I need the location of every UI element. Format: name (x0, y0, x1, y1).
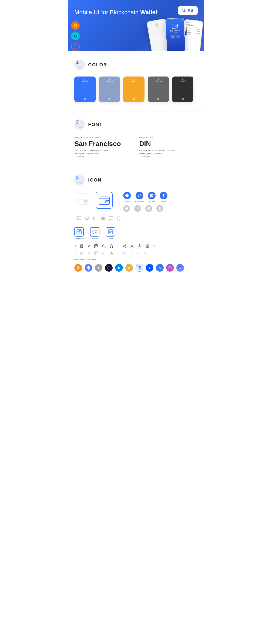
svg-point-60 (125, 247, 126, 248)
wallet-icon-blue (96, 192, 112, 209)
svg-rect-78 (95, 254, 96, 254)
waves-icon (146, 264, 154, 272)
wallet-icons-row: Assets Exchange (74, 192, 198, 221)
hero-tool-icons: Ps 60+Screens (71, 21, 80, 51)
qr-icon[interactable] (94, 244, 98, 248)
check-icon-inactive: ✓ (88, 251, 90, 255)
nav-icon-exchange: Exchange (135, 192, 144, 202)
svg-rect-20 (77, 217, 78, 218)
svg-rect-77 (97, 252, 98, 253)
svg-rect-53 (97, 247, 98, 248)
svg-point-79 (102, 252, 105, 254)
nav-icons-inactive-row (123, 205, 168, 212)
dash-icon: D (115, 264, 123, 272)
moon-icon (93, 216, 97, 221)
share-icon[interactable] (122, 244, 126, 248)
din-weights: Medium · Bold (139, 136, 198, 139)
check-icon[interactable]: ✓ (88, 244, 90, 248)
speech-bubble-icon (109, 216, 114, 221)
nav-icon-profile-inactive (156, 205, 163, 212)
svg-marker-14 (125, 207, 128, 210)
refresh-icon (122, 252, 126, 255)
upload-icon[interactable] (138, 244, 142, 248)
color-swatches-container: #3574FA #8DA0C8 #F5A623 #666666 #303030 (74, 76, 198, 102)
management-icon: Mangment (74, 227, 84, 240)
settings-icon[interactable] (130, 244, 134, 248)
close-icon[interactable]: ✕ (153, 244, 156, 248)
svg-marker-81 (110, 252, 113, 255)
nav-icon-exchange-inactive (134, 205, 141, 212)
nav-icon-assets-inactive (123, 205, 130, 212)
toolbar-icons-inactive: + ✓ (74, 251, 198, 255)
nav-icon-profile: Profile (160, 192, 168, 202)
icon-section-header: 3 THREE ICON (74, 175, 198, 185)
svg-text:i: i (146, 252, 146, 254)
screens-badge: 60+Screens (71, 42, 80, 51)
font-section-header: 2 TWO FONT (74, 119, 198, 130)
matic-icon (166, 264, 174, 272)
qr-icon-inactive (94, 252, 98, 255)
toolbar-icons-active: + ✓ (74, 244, 198, 248)
doc-edit-icon[interactable] (80, 244, 84, 248)
svg-marker-57 (110, 244, 113, 248)
history-icon: + History (90, 227, 100, 240)
svg-point-58 (125, 245, 126, 246)
sf-lowercase: abcdefghijklmnopqrstuvwxyz (74, 152, 133, 154)
management-icons-row: Mangment + History (74, 227, 198, 240)
svg-rect-66 (148, 245, 149, 246)
font-block-sf: Regular · Medium · Bold San Francisco AB… (74, 136, 133, 158)
misc-icons-top-row: i (76, 216, 122, 221)
svg-point-106 (170, 268, 170, 268)
blockchain-label: BlockChain Icon (74, 258, 198, 261)
din-name: DIN (139, 140, 198, 148)
color-section: 1 ONE COLOR #3574FA #8DA0C8 #F5A623 #666… (68, 51, 204, 110)
info-icon: i (117, 216, 122, 221)
svg-rect-50 (95, 245, 96, 246)
nav-icons-active-row: Assets Exchange (123, 192, 168, 202)
search-icon[interactable] (102, 244, 106, 248)
svg-rect-67 (146, 246, 147, 248)
svg-rect-65 (146, 245, 147, 246)
svg-rect-29 (79, 230, 82, 230)
svg-point-55 (102, 245, 105, 247)
svg-point-42 (109, 232, 110, 233)
crypto-icons-row: ₿ Ł D Z (74, 264, 198, 272)
nav-icons-group: Assets Exchange (123, 192, 168, 212)
svg-marker-9 (126, 194, 129, 197)
svg-rect-3 (78, 198, 88, 200)
expand-icon[interactable] (145, 244, 149, 248)
icon-section-number: 3 THREE (74, 175, 85, 185)
svg-text:i: i (119, 218, 120, 220)
svg-point-18 (159, 207, 160, 209)
sf-numbers: 1234567890 (74, 155, 133, 158)
nav-icon-discover-inactive (145, 205, 152, 212)
star-icon[interactable] (110, 244, 114, 248)
svg-rect-22 (77, 218, 79, 219)
misc-icons-group: i (76, 216, 122, 221)
svg-rect-76 (95, 252, 96, 253)
svg-rect-36 (108, 230, 112, 234)
svg-rect-54 (97, 246, 98, 247)
hero-section: Mobile UI for Blockchain Wallet UI Kit P… (68, 0, 204, 51)
blackcoin-icon (105, 264, 112, 272)
sf-weights: Regular · Medium · Bold (74, 136, 133, 139)
color-section-title: COLOR (88, 62, 107, 68)
phone-2: 6,297,502.12 myWallet (165, 18, 186, 51)
plus-icon[interactable]: + (74, 244, 76, 248)
color-swatch-blue: #3574FA (74, 76, 96, 102)
info-icon-inactive: i (144, 252, 148, 255)
doc-edit-icon-inactive (80, 252, 84, 255)
litecoin-icon: Ł (95, 264, 102, 272)
back-icon[interactable]: ‹ (117, 244, 118, 248)
sf-name: San Francisco (74, 140, 133, 148)
ps-icon: Ps (71, 32, 80, 40)
svg-line-80 (105, 254, 106, 255)
plus-icon-inactive: + (74, 252, 76, 255)
svg-rect-25 (109, 216, 113, 219)
svg-point-41 (109, 232, 110, 232)
color-section-header: 1 ONE COLOR (74, 60, 198, 70)
svg-rect-31 (79, 231, 82, 234)
din-lowercase: abcdefghijklmnopqrstuvwxyz (139, 152, 198, 154)
color-swatch-grayblue: #8DA0C8 (99, 76, 120, 102)
svg-point-5 (86, 201, 86, 202)
